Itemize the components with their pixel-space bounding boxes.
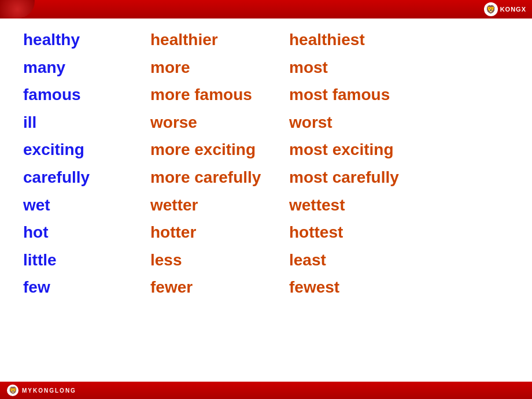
superlative-form-7: hottest [289,223,509,242]
base-form-9: few [23,278,150,297]
comparative-form-2: more famous [150,85,289,105]
bottom-logo-text: MYKONGLONG [22,387,76,394]
superlative-form-3: worst [289,113,509,132]
main-content: healthyhealthierhealthiestmanymoremostfa… [0,19,532,382]
superlative-form-1: most [289,58,509,77]
comparative-form-8: less [150,250,289,270]
bottom-logo-icon: 🦁 [7,385,19,396]
base-form-0: healthy [23,30,150,50]
superlative-form-6: wettest [289,195,509,215]
base-form-6: wet [23,195,150,215]
comparative-form-3: worse [150,113,289,132]
comparative-form-7: hotter [150,223,289,242]
base-form-1: many [23,58,150,77]
comparative-form-1: more [150,58,289,77]
word-table: healthyhealthierhealthiestmanymoremostfa… [23,30,509,297]
base-form-2: famous [23,85,150,105]
top-bar: 🦁 KONGX [0,0,532,19]
base-form-3: ill [23,113,150,132]
superlative-form-9: fewest [289,278,509,297]
superlative-form-5: most carefully [289,168,509,187]
base-form-8: little [23,250,150,270]
top-bar-left-decoration [0,0,35,19]
superlative-form-8: least [289,250,509,270]
comparative-form-6: wetter [150,195,289,215]
comparative-form-4: more exciting [150,140,289,160]
base-form-4: exciting [23,140,150,160]
top-logo-icon: 🦁 [484,2,498,16]
comparative-form-5: more carefully [150,168,289,187]
base-form-7: hot [23,223,150,242]
superlative-form-4: most exciting [289,140,509,160]
base-form-5: carefully [23,168,150,187]
comparative-form-0: healthier [150,30,289,50]
top-logo: 🦁 KONGX [484,2,526,16]
comparative-form-9: fewer [150,278,289,297]
superlative-form-0: healthiest [289,30,509,50]
superlative-form-2: most famous [289,85,509,105]
bottom-bar: 🦁 MYKONGLONG [0,382,532,399]
top-logo-text: KONGX [500,6,526,13]
